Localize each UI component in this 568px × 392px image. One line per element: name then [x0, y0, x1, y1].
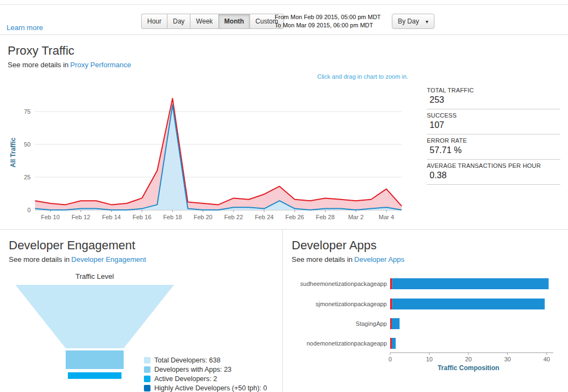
svg-text:10: 10: [426, 356, 432, 362]
details-prefix: See more details in: [9, 255, 69, 264]
bar-label: StagingApp: [356, 320, 387, 327]
proxy-traffic-section: Proxy Traffic See more details inProxy P…: [0, 35, 568, 229]
apps-details-line: See more details inDeveloper Apps: [292, 255, 565, 264]
svg-text:All Traffic: All Traffic: [9, 137, 17, 167]
funnel-segment-0: [15, 285, 174, 348]
legend-label: Highly Active Developers (+50 tph): 0: [154, 384, 267, 392]
details-prefix: See more details in: [8, 61, 68, 69]
engagement-details-line: See more details inDeveloper Engagement: [9, 255, 274, 264]
line-total-traffic: [35, 98, 402, 206]
stat-value: 253: [427, 93, 560, 106]
svg-text:Feb 20: Feb 20: [194, 214, 212, 220]
developer-apps-chart: sudheemonetizationpackageappsjmonetizati…: [292, 272, 565, 374]
bar-label: nodemonetizationpackageapp: [306, 340, 387, 347]
svg-text:75: 75: [24, 108, 31, 115]
svg-text:0: 0: [389, 356, 392, 362]
svg-text:Feb 26: Feb 26: [285, 214, 304, 220]
proxy-chart-column: Click and drag in chart to zoom in. 0255…: [8, 70, 413, 226]
svg-text:Traffic Composition: Traffic Composition: [438, 364, 500, 372]
svg-text:0: 0: [27, 207, 31, 213]
developer-engagement-link[interactable]: Developer Engagement: [71, 255, 146, 264]
svg-text:Feb 10: Feb 10: [41, 214, 60, 220]
stat-label: ERROR RATE: [427, 137, 560, 144]
group-by-dropdown[interactable]: By Day▾: [392, 14, 434, 29]
range-button-month[interactable]: Month: [218, 14, 250, 29]
proxy-chart-row: Click and drag in chart to zoom in. 0255…: [8, 70, 560, 226]
svg-text:Mar 4: Mar 4: [379, 214, 394, 220]
stat-entry: AVERAGE TRANSACTIONS PER HOUR0.38: [427, 160, 560, 185]
developer-apps-link[interactable]: Developer Apps: [354, 255, 404, 264]
legend-swatch: [144, 357, 150, 364]
developer-engagement-section: Developer Engagement See more details in…: [0, 230, 283, 392]
developer-apps-section: Developer Apps See more details inDevelo…: [283, 230, 568, 392]
svg-text:40: 40: [543, 356, 550, 362]
zoom-hint: Click and drag in chart to zoom in.: [8, 73, 408, 80]
proxy-performance-link[interactable]: Proxy Performance: [70, 61, 131, 69]
area-success: [35, 105, 402, 210]
topbar: Learn more HourDayWeekMonthCustom From M…: [0, 5, 568, 35]
stat-entry: ERROR RATE57.71 %: [427, 134, 560, 160]
svg-text:30: 30: [504, 356, 511, 362]
proxy-details-line: See more details inProxy Performance: [8, 61, 560, 69]
svg-text:Feb 16: Feb 16: [132, 214, 151, 220]
developer-engagement-title: Developer Engagement: [9, 238, 274, 253]
date-range: From Mon Feb 09 2015, 05:00 pm MDT To Mo…: [275, 13, 381, 30]
stat-value: 57.71 %: [427, 144, 560, 156]
funnel-segment-2: [68, 372, 121, 379]
svg-text:Feb 14: Feb 14: [102, 214, 120, 220]
area-total-traffic: [35, 98, 402, 210]
group-by-label: By Day: [398, 17, 419, 25]
svg-text:20: 20: [465, 356, 472, 362]
bar-error: [390, 299, 392, 309]
svg-text:Feb 28: Feb 28: [316, 214, 334, 220]
caret-down-icon: ▾: [426, 19, 428, 25]
svg-text:Feb 12: Feb 12: [72, 214, 90, 220]
legend-swatch: [144, 376, 150, 382]
bar-label: sudheemonetizationpackageapp: [300, 280, 387, 287]
traffic-stats-panel: TOTAL TRAFFIC253SUCCESS107ERROR RATE57.7…: [427, 84, 560, 226]
bottom-row: Developer Engagement See more details in…: [0, 229, 568, 392]
legend-label: Developers with Apps: 23: [154, 366, 231, 373]
svg-text:50: 50: [24, 141, 31, 148]
stat-label: TOTAL TRAFFIC: [427, 87, 560, 93]
stat-label: AVERAGE TRANSACTIONS PER HOUR: [427, 162, 560, 169]
range-button-hour[interactable]: Hour: [141, 14, 167, 29]
stat-entry: TOTAL TRAFFIC253: [427, 84, 560, 109]
dashboard-page: Learn more HourDayWeekMonthCustom From M…: [0, 4, 568, 392]
svg-text:Feb 18: Feb 18: [163, 214, 182, 220]
stat-value: 0.38: [427, 169, 560, 181]
bar-label: sjmonetizationpackageapp: [316, 301, 387, 307]
details-prefix: See more details in: [292, 255, 352, 264]
range-button-week[interactable]: Week: [190, 14, 218, 29]
legend-item: Highly Active Developers (+50 tph): 0: [144, 384, 267, 392]
stat-label: SUCCESS: [427, 112, 560, 119]
svg-text:25: 25: [24, 174, 31, 180]
range-button-day[interactable]: Day: [167, 14, 190, 29]
date-range-from: From Mon Feb 09 2015, 05:00 pm MDT: [275, 13, 381, 21]
developer-apps-title: Developer Apps: [292, 238, 565, 253]
engagement-legend: Total Developers: 638Developers with App…: [144, 356, 267, 392]
learn-more-link[interactable]: Learn more: [7, 24, 43, 32]
legend-label: Total Developers: 638: [154, 356, 221, 364]
legend-item: Developers with Apps: 23: [144, 366, 267, 373]
stat-entry: SUCCESS107: [427, 109, 560, 134]
funnel-segment-1: [66, 350, 124, 369]
svg-text:Mar 2: Mar 2: [348, 214, 363, 220]
legend-swatch: [144, 366, 150, 373]
bar-success: [392, 299, 545, 309]
range-button-group: HourDayWeekMonthCustom: [141, 14, 284, 29]
bar-error: [390, 338, 392, 349]
proxy-traffic-title: Proxy Traffic: [8, 44, 560, 58]
stat-value: 107: [427, 119, 560, 131]
bar-error: [390, 318, 392, 329]
date-range-to: To Mon Mar 09 2015, 06:00 pm MDT: [275, 21, 381, 30]
proxy-traffic-chart[interactable]: 0255075Feb 10Feb 12Feb 14Feb 16Feb 18Feb…: [8, 84, 413, 224]
bar-success: [392, 318, 399, 329]
bar-error: [390, 278, 392, 289]
svg-text:Feb 22: Feb 22: [224, 214, 243, 220]
bar-success: [392, 278, 549, 289]
bar-success: [392, 338, 396, 349]
legend-item: Total Developers: 638: [144, 356, 267, 364]
legend-label: Active Developers: 2: [154, 375, 217, 383]
legend-item: Active Developers: 2: [144, 375, 267, 383]
